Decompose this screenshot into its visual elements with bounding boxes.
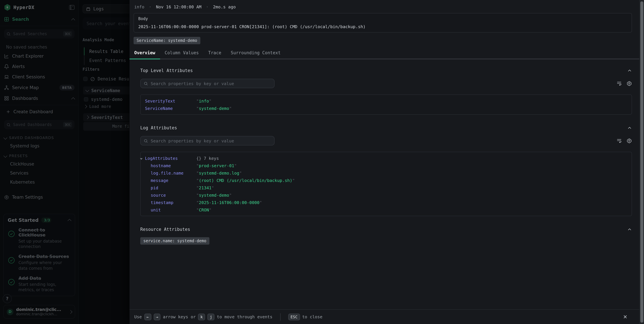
attribute-value: 2025-11-16T06:00:00-0000: [196, 200, 262, 205]
wrap-text-icon[interactable]: [616, 138, 622, 144]
attribute-object-key: LogAttributes: [145, 156, 196, 161]
drawer-footer: Use ← → arrow keys or k j to move throug…: [130, 309, 644, 324]
attribute-key: pid: [145, 185, 196, 190]
attribute-key: hostname: [145, 163, 196, 168]
attribute-key: unit: [145, 207, 196, 212]
attribute-row[interactable]: timestamp 2025-11-16T06:00:00-0000: [140, 199, 632, 206]
drawer-tabs: Overview Column Values Trace Surrounding…: [130, 47, 644, 59]
attribute-value: 21341: [196, 185, 214, 190]
body-card: Body 2025-11-16T06:00:00-0000 prod-serve…: [134, 13, 632, 32]
attribute-object-row[interactable]: LogAttributes {}7 keys: [140, 155, 632, 162]
collapse-section-icon[interactable]: [627, 126, 632, 130]
attribute-row[interactable]: ServiceName systemd-demo: [140, 105, 632, 112]
attribute-value: CRON: [196, 207, 212, 212]
tab-surrounding-context[interactable]: Surrounding Context: [226, 47, 285, 59]
event-details-drawer: info · Nov 16 12:00:00 AM · 2mo.s ago Bo…: [130, 0, 644, 324]
tab-overview[interactable]: Overview: [130, 47, 160, 59]
attribute-key: source: [145, 192, 196, 197]
app-root: HyperDX Search Saved Searches ⌘K No save…: [0, 0, 644, 324]
attribute-value: systemd-demo: [196, 192, 232, 197]
footer-text: Use: [134, 314, 142, 319]
attribute-key: timestamp: [145, 200, 196, 205]
log-attributes-title: Log Attributes: [140, 125, 627, 130]
event-header: info · Nov 16 12:00:00 AM · 2mo.s ago: [130, 0, 644, 13]
attribute-value: systemd-demo: [196, 106, 232, 111]
attribute-row[interactable]: message (root) CMD (/usr/local/bin/backu…: [140, 176, 632, 184]
attribute-row[interactable]: unit CRON: [140, 206, 632, 213]
separator-dot: ·: [149, 4, 151, 9]
footer-text: arrow keys or: [163, 314, 196, 319]
separator-dot: ·: [206, 4, 208, 9]
service-name-tag[interactable]: ServiceName: systemd-demo: [134, 37, 200, 44]
k-key: k: [198, 314, 205, 320]
left-arrow-key: ←: [144, 314, 151, 320]
tab-column-values[interactable]: Column Values: [160, 47, 204, 59]
attribute-row[interactable]: SeverityText info: [140, 97, 632, 105]
attribute-row[interactable]: log.file.name systemd-demo.log: [140, 169, 632, 176]
search-placeholder: Search properties by key or value: [151, 81, 234, 86]
scrollbar-thumb[interactable]: [640, 1, 643, 323]
search-placeholder: Search properties by key or value: [151, 138, 234, 143]
wrap-text-icon[interactable]: [616, 81, 622, 86]
top-level-attributes-panel: SeverityText info ServiceName systemd-de…: [140, 95, 632, 115]
search-icon: [144, 81, 148, 86]
attribute-value: systemd-demo.log: [196, 170, 242, 175]
severity-text: info: [134, 4, 144, 9]
right-arrow-key: →: [154, 314, 160, 320]
body-label: Body: [138, 16, 627, 21]
attribute-value: (root) CMD (/usr/local/bin/backup.sh): [196, 178, 295, 183]
footer-divider: [280, 313, 280, 321]
event-relative-time: 2mo.s ago: [213, 4, 236, 9]
tab-trace[interactable]: Trace: [204, 47, 226, 59]
esc-key: ESC: [288, 314, 300, 320]
attribute-row[interactable]: hostname prod-server-01: [140, 162, 632, 169]
top-level-attributes-title: Top Level Attributes: [140, 68, 627, 73]
resource-attributes-title: Resource Attributes: [140, 227, 627, 232]
attribute-value: info: [196, 98, 212, 103]
log-attributes-panel: LogAttributes {}7 keys hostname prod-ser…: [140, 152, 632, 216]
gear-icon[interactable]: [626, 138, 632, 144]
j-key: j: [208, 314, 214, 320]
close-drawer-button[interactable]: ×: [621, 313, 629, 321]
attribute-key: log.file.name: [145, 170, 196, 175]
top-level-search-input[interactable]: Search properties by key or value: [140, 79, 274, 88]
footer-text: to close: [302, 314, 322, 319]
expand-triangle-icon[interactable]: [140, 158, 143, 160]
collapse-section-icon[interactable]: [627, 68, 632, 73]
attribute-value: prod-server-01: [196, 163, 237, 168]
attribute-row[interactable]: source systemd-demo: [140, 191, 632, 199]
collapse-section-icon[interactable]: [627, 227, 632, 232]
log-attributes-search-input[interactable]: Search properties by key or value: [140, 136, 274, 146]
attribute-row[interactable]: pid 21341: [140, 184, 632, 191]
attribute-key: ServiceName: [145, 106, 196, 111]
footer-text: to move through events: [217, 314, 272, 319]
body-value: 2025-11-16T06:00:00-0000 prod-server-01 …: [138, 24, 627, 29]
gear-icon[interactable]: [626, 81, 632, 86]
attribute-key: SeverityText: [145, 98, 196, 103]
event-timestamp: Nov 16 12:00:00 AM: [156, 4, 201, 9]
scrollbar-track[interactable]: [639, 0, 644, 324]
resource-service-name-tag[interactable]: service.name: systemd-demo: [140, 237, 210, 245]
search-icon: [144, 139, 148, 143]
attribute-key: message: [145, 178, 196, 183]
attribute-object-meta: {}7 keys: [196, 156, 219, 161]
